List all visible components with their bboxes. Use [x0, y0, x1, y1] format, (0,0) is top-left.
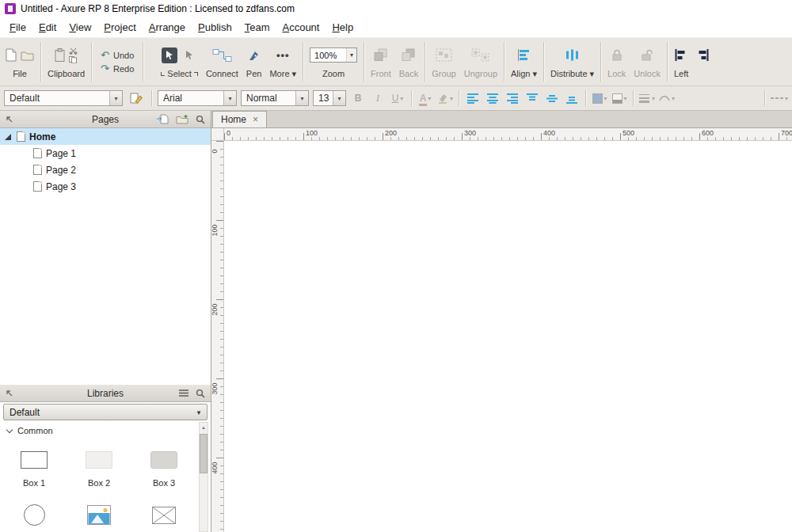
toolbar-divider: [40, 42, 41, 82]
vertical-ruler[interactable]: 0 100 200 300 400: [211, 141, 224, 532]
page-item-page3[interactable]: Page 3: [0, 178, 211, 195]
dash-style-button[interactable]: ▾: [771, 90, 788, 106]
expander-icon[interactable]: [5, 134, 11, 140]
widget-box1[interactable]: Box 1: [2, 439, 67, 495]
valign-bottom-button[interactable]: [564, 90, 580, 106]
highlight-arrow-icon[interactable]: ▾: [450, 95, 453, 102]
copy-icon[interactable]: [69, 56, 78, 63]
line-style-arrow-icon[interactable]: ▾: [672, 95, 675, 102]
design-canvas[interactable]: [224, 141, 792, 532]
search-icon[interactable]: [196, 389, 205, 398]
line-color-button[interactable]: ▾: [611, 90, 627, 106]
dash-style-arrow-icon[interactable]: ▾: [785, 95, 788, 102]
front-group[interactable]: Front: [367, 38, 395, 86]
font-style-select[interactable]: Normal ▾: [241, 90, 309, 106]
tab-home[interactable]: Home ×: [212, 111, 267, 127]
back-group[interactable]: Back: [395, 38, 422, 86]
font-family-arrow-icon[interactable]: ▾: [223, 91, 236, 105]
text-align-right-button[interactable]: [505, 90, 520, 106]
menu-view[interactable]: View: [63, 19, 97, 36]
font-family-select[interactable]: Arial ▾: [158, 90, 237, 106]
bold-button[interactable]: B: [350, 90, 366, 106]
text-align-left-button[interactable]: [465, 90, 481, 106]
open-file-icon[interactable]: [21, 50, 34, 61]
file-group[interactable]: File: [2, 38, 38, 86]
menu-file[interactable]: File: [3, 19, 32, 36]
page-item-page2[interactable]: Page 2: [0, 162, 211, 178]
widget-image[interactable]: [67, 495, 131, 532]
tab-close-icon[interactable]: ×: [253, 116, 258, 124]
text-color-arrow-icon[interactable]: ▾: [428, 95, 431, 102]
unlock-group[interactable]: Unlock: [630, 38, 664, 86]
select-contained-mode-button[interactable]: [181, 48, 197, 63]
align-left-group[interactable]: Left: [670, 38, 692, 86]
select-intersected-mode-button[interactable]: [162, 48, 177, 63]
widget-box3[interactable]: Box 3: [131, 439, 196, 495]
widget-placeholder[interactable]: [131, 495, 196, 532]
line-width-button[interactable]: ▾: [639, 90, 655, 106]
libraries-menu-icon[interactable]: [179, 390, 188, 397]
text-align-center-button[interactable]: [485, 90, 501, 106]
undo-button[interactable]: ↶ Undo: [101, 51, 134, 60]
line-width-arrow-icon[interactable]: ▾: [652, 95, 655, 102]
align-group[interactable]: Align ▾: [507, 38, 541, 86]
libraries-scrollbar[interactable]: ▲: [199, 422, 208, 532]
font-size-select[interactable]: 13 ▾: [313, 90, 346, 106]
menu-account[interactable]: Account: [276, 19, 326, 36]
group-group[interactable]: Group: [428, 38, 460, 86]
horizontal-ruler[interactable]: 0 100 200 300 400 500 600 700: [224, 128, 792, 141]
more-group[interactable]: ••• More ▾: [265, 38, 300, 86]
menu-edit[interactable]: Edit: [32, 19, 63, 36]
collapse-panel-icon[interactable]: [6, 390, 13, 397]
library-select[interactable]: Default ▾: [3, 404, 208, 420]
page-item-home[interactable]: Home: [0, 128, 211, 145]
clipboard-group[interactable]: Clipboard: [44, 38, 89, 86]
library-select-arrow-icon[interactable]: ▾: [191, 408, 207, 416]
fill-color-button[interactable]: ▾: [592, 90, 607, 106]
font-style-arrow-icon[interactable]: ▾: [295, 91, 308, 105]
underline-button[interactable]: U ▾: [390, 90, 406, 106]
valign-middle-button[interactable]: [544, 90, 560, 106]
text-color-button[interactable]: A ▾: [417, 90, 433, 106]
add-page-icon[interactable]: [157, 114, 169, 124]
font-size-arrow-icon[interactable]: ▾: [333, 91, 345, 105]
menu-project[interactable]: Project: [97, 19, 142, 36]
highlight-button[interactable]: ▾: [437, 90, 453, 106]
style-preset-arrow-icon[interactable]: ▾: [109, 91, 122, 105]
lock-group[interactable]: Lock: [604, 38, 630, 86]
common-section-header[interactable]: Common: [0, 422, 211, 439]
update-style-button[interactable]: [127, 90, 146, 106]
clipboard-icon[interactable]: [55, 48, 65, 63]
box2-icon: [86, 451, 112, 469]
page-item-page1[interactable]: Page 1: [0, 145, 211, 162]
scrollbar-up-icon[interactable]: ▲: [200, 423, 208, 432]
menu-arrange[interactable]: Arrange: [143, 19, 192, 36]
line-color-arrow-icon[interactable]: ▾: [624, 95, 627, 102]
widget-box2[interactable]: Box 2: [67, 439, 131, 495]
distribute-group[interactable]: Distribute ▾: [546, 38, 598, 86]
new-file-icon[interactable]: [6, 48, 17, 62]
widget-ellipse[interactable]: [2, 495, 67, 532]
line-style-button[interactable]: ▾: [659, 90, 675, 106]
zoom-dropdown-arrow-icon[interactable]: ▾: [346, 48, 356, 62]
cut-icon[interactable]: [69, 48, 78, 55]
menu-publish[interactable]: Publish: [192, 19, 238, 36]
scrollbar-thumb[interactable]: [200, 434, 208, 473]
menu-help[interactable]: Help: [326, 19, 360, 36]
ungroup-icon: [471, 48, 489, 62]
underline-arrow-icon[interactable]: ▾: [400, 95, 403, 102]
ungroup-group[interactable]: Ungroup: [460, 38, 501, 86]
zoom-select[interactable]: 100% ▾: [310, 48, 357, 63]
clipped-right-group[interactable]: [692, 38, 713, 86]
redo-button[interactable]: ↷ Redo: [101, 64, 134, 74]
style-preset-select[interactable]: Default ▾: [4, 90, 123, 106]
search-icon[interactable]: [196, 115, 205, 124]
menu-team[interactable]: Team: [238, 19, 276, 36]
connect-group[interactable]: Connect: [202, 38, 242, 86]
valign-top-button[interactable]: [524, 90, 540, 106]
fill-color-arrow-icon[interactable]: ▾: [604, 95, 607, 102]
pen-group[interactable]: Pen: [242, 38, 266, 86]
add-folder-icon[interactable]: [176, 114, 188, 124]
collapse-panel-icon[interactable]: [6, 116, 13, 124]
italic-button[interactable]: I: [370, 90, 386, 106]
